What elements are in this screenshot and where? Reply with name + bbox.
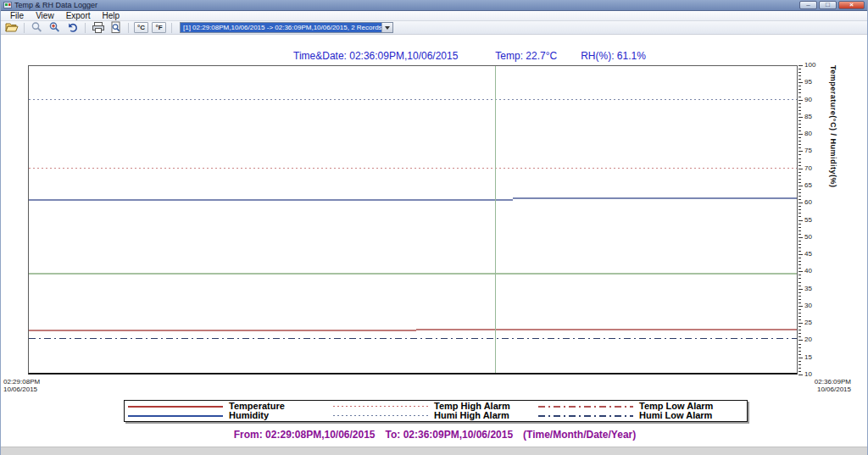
legend-label: Humi High Alarm [434,411,509,420]
y-axis-minor-tick [798,147,801,148]
green-marker-line [29,273,797,275]
printer-icon [92,21,105,34]
y-axis-minor-tick [798,103,801,104]
y-axis-minor-tick [798,158,801,159]
dropdown-arrow-button[interactable] [381,23,392,32]
legend-label: Humidity [229,411,269,420]
y-axis-minor-tick [798,241,801,241]
celsius-button[interactable]: °C [134,22,148,33]
y-axis-major-tick [798,289,803,290]
y-axis-major-tick [798,358,803,358]
close-button[interactable]: × [838,1,865,9]
y-axis-minor-tick [798,251,801,252]
y-axis-minor-tick [798,75,801,76]
temp-high-alarm-line [29,168,797,169]
y-axis: 101520253035404550556065707580859095100 [798,65,831,375]
y-axis-minor-tick [798,309,801,310]
y-axis-minor-tick [798,364,801,365]
magnifier-icon [31,21,43,34]
y-axis-minor-tick [798,296,801,297]
y-axis-minor-tick [798,196,801,197]
y-axis-minor-tick [798,110,801,111]
y-axis-major-tick [798,82,803,83]
record-selector-dropdown[interactable]: [1] 02:29:08PM,10/06/2015 -> 02:36:09PM,… [180,22,393,33]
y-axis-major-tick [798,340,803,341]
y-axis-tick-label: 90 [804,97,812,103]
y-axis-major-tick [798,203,803,203]
plot-area[interactable] [28,65,798,375]
y-axis-minor-tick [798,216,801,217]
y-axis-minor-tick [798,92,801,93]
y-axis-minor-tick [798,165,801,166]
undo-button[interactable] [64,21,81,34]
legend-grid: TemperatureHumidityTemp High AlarmHumi H… [125,401,747,421]
y-axis-major-tick [798,237,803,238]
y-axis-minor-tick [798,175,801,176]
maximize-button[interactable]: □ [819,1,837,9]
range-to: To: 02:36:09PM,10/06/2015 [386,429,514,441]
legend-line-sample [333,406,428,407]
app-window: Temp & RH Data Logger – □ × File View Ex… [0,0,868,455]
legend-line-sample [128,415,223,417]
y-axis-minor-tick [798,107,801,108]
menu-file[interactable]: File [4,11,30,21]
y-axis-tick-label: 100 [804,62,815,69]
humidity-line [29,199,513,201]
y-axis-minor-tick [798,333,801,334]
y-axis-minor-tick [798,347,801,348]
cursor-line [495,66,496,373]
start-date: 10/06/2015 [3,386,40,393]
title-bar: Temp & RH Data Logger – □ × [1,0,867,11]
menu-bar: File View Export Help [1,11,867,21]
y-axis-major-tick [798,271,803,272]
x-axis-start-label: 02:29:08PM 10/06/2015 [3,378,40,393]
legend-line-sample [333,415,428,416]
y-axis-minor-tick [798,286,801,286]
y-axis-minor-tick [798,69,801,69]
y-axis-minor-tick [798,97,801,97]
minimize-button[interactable]: – [799,1,817,9]
y-axis-minor-tick [798,86,801,86]
fahrenheit-button[interactable]: °F [152,22,166,33]
print-preview-button[interactable] [108,21,124,34]
legend-item-humidity: Humidity [128,411,333,420]
y-axis-minor-tick [798,299,801,300]
y-axis-minor-tick [798,361,801,362]
y-axis-minor-tick [798,79,801,80]
y-axis-minor-tick [798,137,801,138]
magnifier-plus-icon [48,21,61,34]
range-format-note: (Time/Month/Date/Year) [523,429,636,441]
y-axis-major-tick [798,117,803,118]
y-axis-major-tick [798,100,803,101]
open-button[interactable] [3,21,19,34]
end-date: 10/06/2015 [815,386,851,393]
zoom-in-button[interactable] [47,21,63,34]
print-button[interactable] [90,21,106,34]
y-axis-minor-tick [798,192,801,193]
window-title: Temp & RH Data Logger [14,1,799,10]
y-axis-major-tick [798,186,803,186]
y-axis-major-tick [798,323,803,324]
menu-export[interactable]: Export [60,11,97,21]
y-axis-minor-tick [798,120,801,121]
record-selector-value: [1] 02:29:08PM,10/06/2015 -> 02:36:09PM,… [181,23,381,32]
y-axis-minor-tick [798,261,801,262]
humi-high-alarm-line [29,99,797,100]
y-axis-major-tick [798,306,803,307]
bottom-strip [1,447,867,455]
y-axis-minor-tick [798,330,801,330]
y-axis-minor-tick [798,316,801,317]
menu-help[interactable]: Help [97,11,126,21]
menu-view[interactable]: View [30,11,60,21]
y-axis-minor-tick [798,247,801,248]
print-preview-icon [109,21,122,34]
y-axis-minor-tick [798,227,801,228]
humidity-line [513,197,797,199]
chevron-down-icon [385,26,390,30]
y-axis-tick-label: 25 [804,319,812,326]
y-axis-minor-tick [798,326,801,327]
start-time: 02:29:08PM [3,378,40,386]
legend-line-sample [538,415,633,417]
zoom-out-button[interactable] [29,21,45,34]
y-axis-minor-tick [798,213,801,214]
